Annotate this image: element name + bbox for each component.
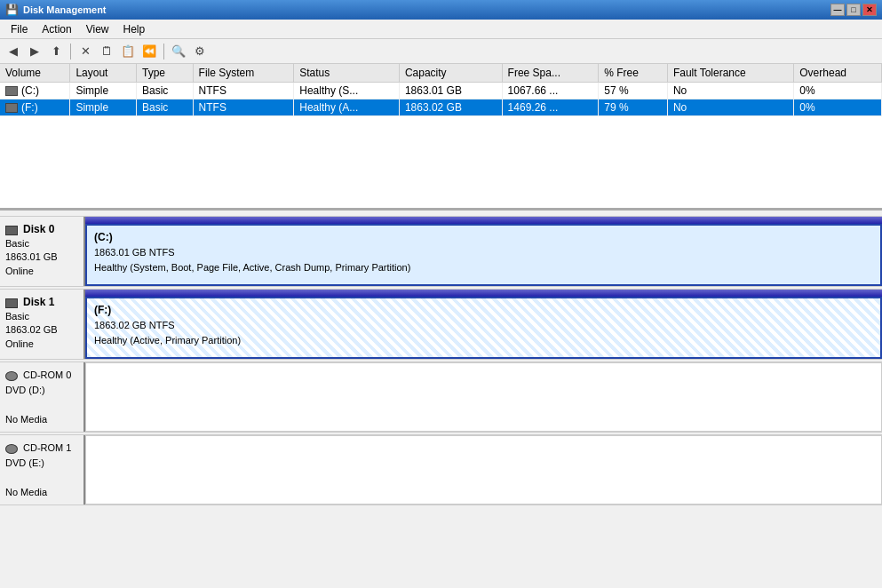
close-button[interactable]: ✕ [862,4,877,16]
vol-status-0: Healthy (S... [294,83,400,99]
vol-layout-1: Simple [70,99,137,116]
disk-1-partition-f[interactable]: (F:) 1863.02 GB NTFS Healthy (Active, Pr… [85,297,882,359]
delete-button[interactable]: ✕ [75,42,95,61]
cdrom-0-type: DVD (D:) [5,385,45,395]
up-button[interactable]: ⬆ [46,42,66,61]
disk-0-size: 1863.01 GB [5,251,58,262]
disk-1-row: Disk 1 Basic 1863.02 GB Online (F:) 1863… [0,289,882,360]
menu-action[interactable]: Action [35,21,78,37]
table-row-0[interactable]: (C:)SimpleBasicNTFSHealthy (S...1863.01 … [0,83,882,99]
table-row-1[interactable]: (F:)SimpleBasicNTFSHealthy (A...1863.02 … [0,99,882,116]
title-bar: 💾 Disk Management — □ ✕ [0,0,882,20]
vol-overhead-1: 0% [794,99,882,116]
cdrom-1-name: CD-ROM 1 [23,442,71,453]
vol-freespace-1: 1469.26 ... [502,99,599,116]
disk-0-partition-area: (C:) 1863.01 GB NTFS Healthy (System, Bo… [85,217,882,286]
window-controls: — □ ✕ [830,4,877,16]
disk-0-status: Online [5,266,34,276]
disk-0-header-bar [85,217,882,224]
drive-icon-1 [5,103,18,113]
menu-view[interactable]: View [79,21,116,37]
volume-table: Volume Layout Type File System Status Ca… [0,64,882,116]
disk-0-type: Basic [5,238,29,249]
disk-0-part-size: 1863.01 GB NTFS [94,245,873,260]
disk-0-icon [5,226,18,235]
disk-0-row: Disk 0 Basic 1863.01 GB Online (C:) 1863… [0,216,882,287]
back-button[interactable]: ◀ [4,42,23,61]
col-type[interactable]: Type [136,64,193,83]
properties-button[interactable]: 🗒 [97,42,116,61]
menu-file[interactable]: File [4,21,35,37]
cdrom-0-name: CD-ROM 0 [23,369,71,380]
disk-view: Disk 0 Basic 1863.01 GB Online (C:) 1863… [0,211,882,588]
cdrom-1-label: CD-ROM 1 DVD (E:) No Media [0,435,85,505]
drive-icon-0 [5,86,18,96]
minimize-button[interactable]: — [830,4,845,16]
cdrom-0-icon [5,371,18,381]
vol-filesystem-1: NTFS [193,99,294,116]
vol-freespace-0: 1067.66 ... [502,83,599,99]
table-header-row: Volume Layout Type File System Status Ca… [0,64,882,83]
col-percentfree[interactable]: % Free [599,64,668,83]
vol-type-1: Basic [136,99,193,116]
cdrom-0-status: No Media [5,414,47,425]
settings-button[interactable]: ⚙ [190,42,210,61]
col-filesystem[interactable]: File System [193,64,294,83]
cdrom-0-label: CD-ROM 0 DVD (D:) No Media [0,362,85,432]
disk-1-label: Disk 1 Basic 1863.02 GB Online [0,290,85,359]
vol-capacity-1: 1863.02 GB [399,99,502,116]
vol-type-0: Basic [136,83,193,99]
cdrom-1-content [85,435,882,505]
disk-0-name: Disk 0 [23,223,54,235]
disk-1-size: 1863.02 GB [5,324,58,335]
col-layout[interactable]: Layout [70,64,137,83]
col-status[interactable]: Status [294,64,400,83]
col-faulttolerance[interactable]: Fault Tolerance [667,64,793,83]
disk-1-partition-area: (F:) 1863.02 GB NTFS Healthy (Active, Pr… [85,290,882,359]
copy-button[interactable]: 📋 [118,42,138,61]
disk-1-status: Online [5,338,34,349]
vol-fault-1: No [667,99,793,116]
vol-capacity-0: 1863.01 GB [399,83,502,99]
search-button[interactable]: 🔍 [169,42,188,61]
disk-0-partition-c[interactable]: (C:) 1863.01 GB NTFS Healthy (System, Bo… [85,224,882,286]
forward-button[interactable]: ▶ [25,42,44,61]
app-icon: 💾 [5,4,19,16]
app-title: Disk Management [23,4,107,15]
toolbar-sep-2 [163,44,164,60]
undo-button[interactable]: ⏪ [139,42,159,61]
disk-1-name: Disk 1 [23,296,54,308]
disk-0-label: Disk 0 Basic 1863.01 GB Online [0,217,85,286]
col-capacity[interactable]: Capacity [399,64,502,83]
disk-0-drive-letter: (C:) [94,229,873,245]
disk-0-partition-row: (C:) 1863.01 GB NTFS Healthy (System, Bo… [85,224,882,286]
menu-help[interactable]: Help [116,21,153,37]
vol-percent-1: 79 % [599,99,668,116]
toolbar: ◀ ▶ ⬆ ✕ 🗒 📋 ⏪ 🔍 ⚙ [0,39,882,64]
cdrom-0-row: CD-ROM 0 DVD (D:) No Media [0,362,882,433]
disk-1-partition-row: (F:) 1863.02 GB NTFS Healthy (Active, Pr… [85,297,882,359]
col-volume[interactable]: Volume [0,64,70,83]
main-content: Volume Layout Type File System Status Ca… [0,64,882,588]
cdrom-1-row: CD-ROM 1 DVD (E:) No Media [0,434,882,505]
vol-fault-0: No [667,83,793,99]
disk-1-part-status: Healthy (Active, Primary Partition) [94,333,873,348]
vol-status-1: Healthy (A... [294,99,400,116]
cdrom-1-type: DVD (E:) [5,457,44,468]
cdrom-1-icon [5,444,18,454]
vol-filesystem-0: NTFS [193,83,294,99]
disk-1-drive-letter: (F:) [94,302,873,318]
vol-volume-0: (C:) [0,83,70,99]
disk-0-part-status: Healthy (System, Boot, Page File, Active… [94,260,873,275]
cdrom-0-content [85,362,882,432]
disk-1-type: Basic [5,311,29,322]
vol-overhead-0: 0% [794,83,882,99]
vol-percent-0: 57 % [599,83,668,99]
vol-volume-1: (F:) [0,99,70,116]
vol-layout-0: Simple [70,83,137,99]
col-freespace[interactable]: Free Spa... [502,64,599,83]
toolbar-sep-1 [70,44,71,60]
maximize-button[interactable]: □ [846,4,861,16]
col-overhead[interactable]: Overhead [794,64,882,83]
disk-1-icon [5,298,18,308]
